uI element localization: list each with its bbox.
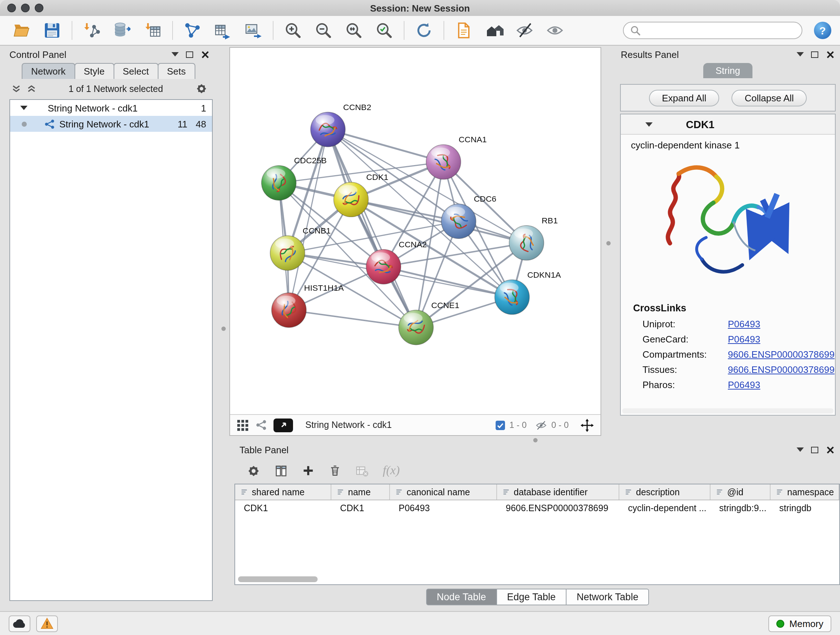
table-cell[interactable]: CDK1 — [332, 503, 390, 513]
close-panel-icon[interactable]: ✕ — [201, 49, 210, 60]
network-node-CCNB1[interactable]: CCNB1 — [270, 226, 331, 271]
help-button[interactable]: ? — [813, 20, 833, 41]
tab-select[interactable]: Select — [113, 63, 158, 79]
home-networks-button[interactable] — [480, 19, 508, 42]
hidden-eye-slash-icon[interactable] — [535, 420, 547, 430]
show-graphics-details-button[interactable] — [540, 19, 569, 42]
zoom-out-button[interactable] — [309, 19, 338, 42]
network-node-CCNE1[interactable]: CCNE1 — [399, 301, 459, 345]
crosslink-uniprot-link[interactable]: P06493 — [728, 318, 760, 329]
warnings-button[interactable] — [36, 615, 58, 632]
column-header[interactable]: name — [332, 485, 390, 500]
tab-network-table[interactable]: Network Table — [566, 588, 649, 605]
network-share-button[interactable] — [256, 419, 267, 431]
column-header[interactable]: database identifier — [497, 485, 619, 500]
table-cell[interactable]: stringdb:9... — [711, 503, 771, 513]
hide-graphics-details-button[interactable] — [510, 19, 539, 42]
detach-view-button[interactable] — [273, 418, 293, 432]
results-tab-string[interactable]: String — [703, 63, 752, 78]
table-cell[interactable]: cyclin-dependent ... — [619, 503, 711, 513]
search-input[interactable] — [645, 25, 795, 36]
collapse-all-button[interactable]: Collapse All — [732, 89, 807, 106]
import-network-from-file-button[interactable] — [77, 19, 106, 42]
network-node-CDKN1A[interactable]: CDKN1A — [495, 270, 561, 315]
gene-section-header[interactable]: CDK1 — [621, 114, 835, 135]
close-window-button[interactable] — [7, 4, 16, 12]
delete-table-button[interactable] — [355, 464, 369, 478]
import-table-button[interactable] — [138, 19, 167, 42]
scrollbar-thumb[interactable] — [238, 576, 317, 582]
collapse-panel-icon[interactable] — [797, 52, 804, 57]
open-session-button[interactable] — [7, 19, 36, 42]
collapse-all-networks-icon[interactable] — [27, 84, 36, 93]
search-box[interactable] — [623, 22, 802, 39]
tab-edge-table[interactable]: Edge Table — [496, 588, 567, 605]
results-horizontal-scrollbar[interactable] — [622, 409, 834, 413]
birds-eye-view-button[interactable] — [237, 419, 249, 431]
new-network-button[interactable] — [178, 19, 207, 42]
tree-expand-icon[interactable] — [20, 106, 27, 110]
network-node-CDK1[interactable]: CDK1 — [333, 172, 388, 217]
crosslink-pharos-link[interactable]: P06493 — [728, 379, 760, 390]
network-row-selected[interactable]: String Network - cdk1 11 48 — [10, 116, 212, 132]
table-horizontal-scrollbar[interactable] — [238, 576, 836, 582]
import-network-from-database-button[interactable] — [108, 19, 137, 42]
bottom-splitter-handle[interactable] — [533, 438, 538, 442]
close-panel-icon[interactable]: ✕ — [826, 444, 835, 455]
close-panel-icon[interactable]: ✕ — [826, 49, 835, 60]
gene-collapse-icon[interactable] — [645, 122, 653, 126]
expand-all-networks-icon[interactable] — [11, 84, 21, 93]
tab-network[interactable]: Network — [22, 63, 75, 79]
pan-crosshair-icon[interactable] — [580, 418, 594, 432]
table-options-gear-button[interactable] — [247, 464, 261, 478]
table-row[interactable]: CDK1 CDK1 P06493 9606.ENSP00000378699 cy… — [235, 500, 839, 516]
zoom-fit-button[interactable] — [339, 19, 368, 42]
expand-all-button[interactable]: Expand All — [649, 89, 720, 106]
maximize-window-button[interactable] — [35, 4, 43, 12]
table-cell[interactable]: 9606.ENSP00000378699 — [497, 503, 619, 513]
show-columns-button[interactable] — [274, 464, 288, 478]
network-collection-row[interactable]: String Network - cdk1 1 — [10, 100, 212, 116]
network-node-RB1[interactable]: RB1 — [509, 216, 557, 260]
network-edge[interactable] — [289, 310, 416, 328]
zoom-selected-button[interactable] — [370, 19, 399, 42]
delete-column-trash-button[interactable] — [328, 464, 341, 477]
float-panel-icon[interactable] — [186, 51, 194, 57]
selected-nodes-checkbox-icon[interactable] — [496, 420, 505, 430]
tab-node-table[interactable]: Node Table — [426, 588, 497, 605]
crosslink-compartments-link[interactable]: 9606.ENSP00000378699 — [728, 349, 835, 360]
tab-sets[interactable]: Sets — [157, 63, 195, 79]
network-node-CCNB2[interactable]: CCNB2 — [311, 103, 371, 147]
network-edge[interactable] — [328, 130, 416, 328]
network-options-gear-icon[interactable] — [195, 82, 208, 95]
column-header[interactable]: canonical name — [390, 485, 497, 500]
table-cell[interactable]: CDK1 — [235, 503, 332, 513]
float-panel-icon[interactable] — [812, 51, 819, 57]
column-header[interactable]: description — [619, 485, 711, 500]
crosslink-genecard-link[interactable]: P06493 — [728, 334, 760, 345]
table-cell[interactable]: stringdb — [771, 503, 839, 513]
refresh-button[interactable] — [409, 19, 439, 42]
float-panel-icon[interactable] — [812, 447, 819, 453]
function-builder-button[interactable]: f(x) — [383, 463, 400, 478]
create-column-plus-button[interactable] — [302, 464, 315, 477]
collapse-panel-icon[interactable] — [797, 448, 804, 452]
clipboard-document-button[interactable] — [449, 19, 478, 42]
new-network-from-table-button[interactable] — [208, 19, 237, 42]
export-image-button[interactable] — [239, 19, 268, 42]
column-header[interactable]: shared name — [235, 485, 332, 500]
network-node-CCNA1[interactable]: CCNA1 — [426, 135, 487, 179]
column-header[interactable]: namespace — [771, 485, 839, 500]
network-edge[interactable] — [384, 267, 512, 297]
minimize-window-button[interactable] — [21, 4, 30, 12]
network-node-HIST1H1A[interactable]: HIST1H1A — [272, 283, 344, 328]
column-header[interactable]: @id — [711, 485, 771, 500]
cloud-status-button[interactable] — [9, 615, 30, 632]
crosslink-tissues-link[interactable]: 9606.ENSP00000378699 — [728, 364, 835, 375]
table-cell[interactable]: P06493 — [390, 503, 497, 513]
zoom-in-button[interactable] — [279, 19, 308, 42]
network-node-CDC6[interactable]: CDC6 — [441, 194, 496, 239]
network-canvas[interactable]: CCNB2CCNA1CDC25BCDK1CDC6RB1CCNB1CCNA2CDK… — [230, 48, 600, 414]
left-splitter-handle[interactable] — [221, 326, 226, 331]
save-session-button[interactable] — [38, 19, 66, 42]
